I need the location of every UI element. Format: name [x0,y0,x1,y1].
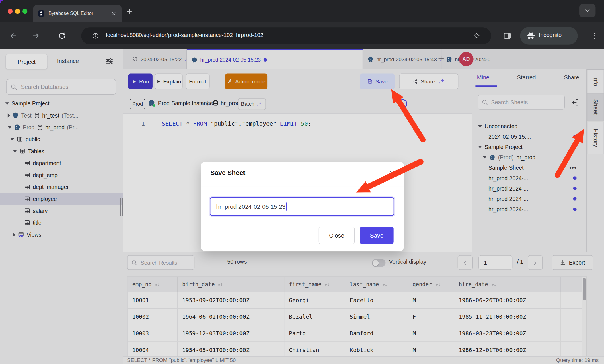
browser-navbar: localhost:8080/sql-editor/prod-sample-in… [0,22,604,49]
bytebase-app: Project Instance Search Databases Sample… [0,49,604,364]
chevron-down-icon [584,7,591,14]
reload-icon[interactable] [58,32,66,40]
browser-tab[interactable]: Bytebase SQL Editor [33,5,122,22]
dialog-close-icon[interactable] [389,170,395,176]
url-text: localhost:8080/sql-editor/prod-sample-in… [106,32,263,38]
browser-menu-icon[interactable] [591,32,599,40]
site-info-icon[interactable] [92,32,99,39]
text-cursor [286,202,287,210]
dialog-save-button[interactable]: Save [360,227,393,244]
window-close-button[interactable] [7,9,12,14]
address-bar[interactable]: localhost:8080/sql-editor/prod-sample-in… [81,27,491,44]
screenshot-stage: Bytebase SQL Editor localhost:8080/sql-e… [0,0,604,364]
incognito-icon [526,31,536,41]
save-sheet-dialog: Save Sheet hr_prod 2024-02-05 15:23 Clos… [201,162,404,251]
browser-tab-strip: Bytebase SQL Editor [0,0,604,22]
incognito-badge: Incognito [520,27,578,45]
sheet-name-value: hr_prod 2024-02-05 15:23 [216,203,285,210]
browser-tab-title: Bytebase SQL Editor [48,11,93,16]
dialog-save-label: Save [370,232,383,239]
dialog-close-button[interactable]: Close [319,227,355,244]
tab-close-icon[interactable] [111,11,116,16]
incognito-label: Incognito [539,32,562,38]
new-tab-button[interactable] [126,9,133,15]
sheet-name-input[interactable]: hr_prod 2024-02-05 15:23 [210,197,394,216]
dialog-title: Save Sheet [210,169,245,177]
dialog-close-label: Close [329,232,344,239]
dialog-divider [201,186,404,186]
bookmark-star-icon[interactable] [473,32,480,40]
window-minimize-button[interactable] [15,9,20,14]
tab-search-button[interactable] [579,4,595,17]
forward-icon[interactable] [32,32,40,40]
back-icon[interactable] [9,32,18,40]
side-panel-icon[interactable] [503,32,512,40]
window-zoom-button[interactable] [22,9,27,14]
bytebase-favicon-icon [38,10,45,17]
